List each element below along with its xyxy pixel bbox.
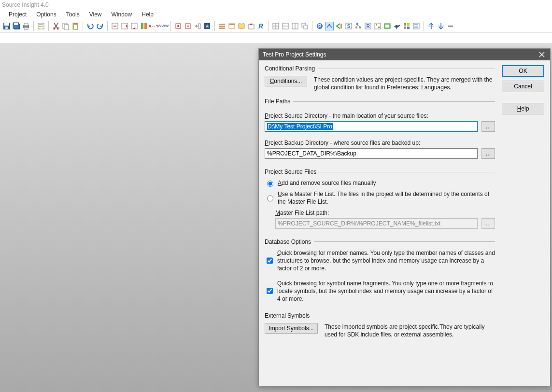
svg-rect-56: [404, 23, 406, 26]
tb-icon-18[interactable]: [291, 22, 299, 30]
tb-icon-3[interactable]: [130, 22, 139, 30]
tb-icon-4[interactable]: [140, 22, 148, 30]
cancel-button[interactable]: Cancel: [502, 81, 544, 92]
cut-icon[interactable]: [52, 22, 60, 30]
tb-icon-5[interactable]: X↔Y: [149, 22, 158, 30]
book-icon[interactable]: [237, 22, 246, 30]
radio-master-input[interactable]: [267, 191, 273, 206]
tb-icon-23[interactable]: S: [344, 22, 353, 30]
tb-icon-16[interactable]: [271, 22, 280, 30]
tb-icon-30[interactable]: [412, 22, 421, 30]
tb-icon-22[interactable]: [335, 22, 343, 30]
conditions-button[interactable]: Conditions...: [265, 76, 307, 86]
tb-icon-8[interactable]: [184, 22, 192, 30]
tb-icon-31[interactable]: [427, 22, 436, 30]
close-icon[interactable]: [538, 50, 546, 59]
tb-icon-33[interactable]: [446, 22, 455, 30]
svg-point-42: [329, 24, 330, 25]
legend-conditional: Conditional Parsing: [265, 65, 318, 72]
import-symbols-button[interactable]: Import Symbols...: [265, 323, 318, 334]
menu-project[interactable]: Project: [4, 10, 31, 19]
tb-icon-1[interactable]: [111, 22, 119, 30]
tb-icon-14[interactable]: [247, 22, 255, 30]
bak-dir-label: Project Backup Directory - where source …: [265, 140, 495, 146]
tb-icon-7[interactable]: [174, 22, 183, 30]
tab-strip: [0, 33, 552, 43]
bird-icon[interactable]: [393, 22, 401, 30]
svg-rect-17: [74, 23, 77, 24]
svg-rect-33: [229, 24, 235, 25]
svg-point-25: [177, 25, 179, 27]
tb-icon-20[interactable]: P: [315, 22, 324, 30]
menu-help[interactable]: Help: [137, 10, 158, 19]
svg-rect-55: [385, 25, 389, 28]
svg-rect-5: [14, 23, 18, 25]
print-icon[interactable]: [22, 22, 30, 30]
svg-text:P: P: [318, 24, 322, 29]
src-dir-browse-button[interactable]: ...: [481, 121, 495, 132]
src-dir-label: Project Source Directory - the main loca…: [265, 112, 495, 119]
master-path-input: %PROJECT_SOURCE_DIR%\%PROJECT_NAME%_file…: [275, 218, 478, 229]
ok-button[interactable]: OK: [502, 65, 544, 77]
check-quick-fragments-input[interactable]: [267, 280, 273, 302]
menu-options[interactable]: Options: [31, 10, 61, 19]
help-button[interactable]: Help: [502, 103, 544, 114]
menu-window[interactable]: Window: [107, 10, 137, 19]
tb-icon-32[interactable]: [437, 22, 445, 30]
tb-icon-10[interactable]: [203, 22, 212, 30]
paste-icon[interactable]: [71, 22, 80, 30]
check-quick-fragments[interactable]: Quick browsing for symbol name fragments…: [265, 280, 495, 303]
svg-rect-2: [5, 27, 8, 29]
tb-icon-15[interactable]: R: [256, 22, 265, 30]
section-external: External Symbols Import Symbols... These…: [265, 312, 495, 338]
tb-icon-9[interactable]: [193, 22, 202, 30]
tb-icon-25[interactable]: R: [364, 22, 372, 30]
save-icon[interactable]: [2, 22, 11, 30]
check-quick-members[interactable]: Quick browsing for member names. You onl…: [265, 249, 495, 273]
tb-icon-17[interactable]: [281, 22, 290, 30]
radio-manual[interactable]: Add and remove source files manually: [265, 179, 495, 187]
project-settings-dialog: Test Pro Project Settings Conditional Pa…: [258, 48, 551, 386]
tb-icon-12[interactable]: [227, 22, 236, 30]
undo-icon[interactable]: [86, 22, 95, 30]
tb-icon-27[interactable]: [383, 22, 392, 30]
copy-icon[interactable]: [61, 22, 70, 30]
svg-text:S: S: [347, 24, 351, 29]
tb-icon-21[interactable]: [325, 22, 334, 30]
menu-tools[interactable]: Tools: [61, 10, 85, 19]
svg-rect-31: [219, 28, 225, 29]
check-quick-members-input[interactable]: [267, 250, 273, 271]
tb-icon-19[interactable]: [300, 22, 309, 30]
svg-rect-22: [141, 23, 143, 29]
master-path-browse-button: ...: [481, 218, 495, 229]
svg-rect-43: [340, 24, 342, 28]
svg-rect-1: [4, 23, 9, 26]
svg-rect-48: [359, 27, 361, 28]
tb-icon-2[interactable]: [120, 22, 129, 30]
svg-text:R: R: [366, 24, 370, 29]
tb-icon-24[interactable]: [354, 22, 363, 30]
tb-icon-6[interactable]: WWW: [159, 22, 168, 30]
menu-view[interactable]: View: [85, 10, 107, 19]
radio-master[interactable]: Use a Master File List. The files in the…: [265, 190, 495, 206]
toolbar: X↔Y WWW R P S R: [0, 19, 552, 33]
svg-rect-58: [404, 27, 406, 29]
src-dir-input[interactable]: D:\My Test Project\SI Pro: [265, 121, 478, 132]
section-filepaths: File Paths Project Source Directory - th…: [265, 98, 495, 159]
save-all-icon[interactable]: [12, 22, 21, 30]
radio-manual-input[interactable]: [267, 180, 273, 187]
properties-icon[interactable]: [37, 22, 45, 30]
tb-icon-26[interactable]: [373, 22, 382, 30]
svg-rect-46: [356, 23, 358, 25]
svg-rect-11: [39, 26, 43, 27]
redo-icon[interactable]: [96, 22, 104, 30]
tb-icon-29[interactable]: [402, 22, 411, 30]
svg-rect-18: [74, 25, 77, 29]
bak-dir-browse-button[interactable]: ...: [481, 148, 495, 159]
tb-icon-11[interactable]: [218, 22, 226, 30]
svg-rect-8: [24, 28, 28, 29]
svg-rect-59: [407, 27, 410, 29]
svg-rect-27: [198, 24, 200, 28]
bak-dir-input[interactable]: %PROJECT_DATA_DIR%\Backup: [265, 148, 478, 159]
svg-rect-15: [64, 25, 69, 30]
